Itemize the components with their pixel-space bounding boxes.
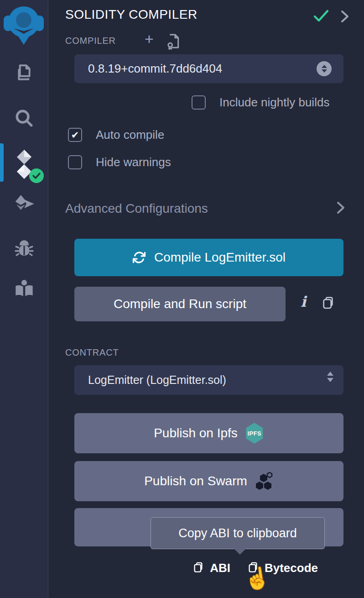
plus-icon[interactable]: + xyxy=(145,31,154,47)
remix-logo[interactable] xyxy=(3,3,45,47)
copy-abi-button[interactable]: ABI xyxy=(192,561,230,576)
solidity-icon xyxy=(10,149,38,183)
bytecode-label: Bytecode xyxy=(265,561,318,575)
copy-icon[interactable] xyxy=(321,295,335,312)
select-arrows-icon xyxy=(317,61,332,76)
advanced-configurations-toggle[interactable]: Advanced Configurations xyxy=(65,201,346,216)
auto-compile-checkbox-row[interactable]: ✔ Auto compile xyxy=(68,128,164,142)
hide-warnings-checkbox-row[interactable]: Hide warnings xyxy=(68,155,171,169)
contract-select[interactable]: LogEmitter (LogEmitter.sol) xyxy=(74,365,343,395)
copy-icon xyxy=(192,561,204,576)
auto-compile-checkbox[interactable]: ✔ xyxy=(68,128,82,142)
hide-warnings-label: Hide warnings xyxy=(96,155,171,169)
select-arrows-icon xyxy=(327,372,333,382)
checkmark-icon: ✔ xyxy=(71,130,79,140)
refresh-icon xyxy=(132,251,146,264)
chevron-right-icon xyxy=(335,201,346,216)
contract-section-label: CONTRACT xyxy=(65,347,119,358)
files-icon xyxy=(11,61,37,89)
sidebar-item-file-explorer[interactable] xyxy=(0,61,48,89)
sidebar-item-solidity-compiler[interactable] xyxy=(0,149,48,183)
info-icon[interactable]: i xyxy=(301,293,306,310)
icon-sidebar xyxy=(0,0,48,598)
publish-swarm-label: Publish on Swarm xyxy=(144,474,247,488)
bug-icon xyxy=(12,236,36,262)
include-nightly-checkbox-row[interactable]: Include nightly builds xyxy=(192,95,329,110)
chevron-right-icon[interactable] xyxy=(339,9,351,26)
copy-bytecode-button[interactable]: Bytecode xyxy=(247,561,318,576)
ethereum-deploy-icon xyxy=(11,192,37,220)
compiler-version-select[interactable]: 0.8.19+commit.7dd6d404 xyxy=(74,54,343,83)
green-check-icon xyxy=(312,9,330,25)
compiler-version-value: 0.8.19+commit.7dd6d404 xyxy=(88,62,222,76)
copy-abi-tooltip: Copy ABI to clipboard xyxy=(151,517,325,549)
green-check-badge xyxy=(29,168,44,185)
include-nightly-checkbox[interactable] xyxy=(192,95,206,110)
copy-icon xyxy=(247,561,259,576)
abi-label: ABI xyxy=(210,561,230,575)
compile-button-label: Compile LogEmitter.sol xyxy=(154,250,286,265)
compile-button[interactable]: Compile LogEmitter.sol xyxy=(74,239,343,276)
compile-and-run-button[interactable]: Compile and Run script xyxy=(74,287,286,321)
compile-and-run-label: Compile and Run script xyxy=(114,297,246,311)
page-title: SOLIDITY COMPILER xyxy=(65,7,198,22)
swarm-logo-icon xyxy=(254,471,274,491)
compiler-section-label: COMPILER xyxy=(65,36,116,46)
copy-abi-tooltip-text: Copy ABI to clipboard xyxy=(178,526,297,540)
copy-footer-row: ABI Bytecode xyxy=(49,561,343,576)
search-icon xyxy=(12,106,36,132)
publish-swarm-button[interactable]: Publish on Swarm xyxy=(74,461,343,501)
contract-select-value: LogEmitter (LogEmitter.sol) xyxy=(88,373,226,387)
advanced-configurations-label: Advanced Configurations xyxy=(65,201,208,216)
book-icon xyxy=(11,276,37,303)
hide-warnings-checkbox[interactable] xyxy=(68,155,82,169)
ipfs-logo-icon: IPFS xyxy=(245,423,264,444)
sidebar-item-deploy-run[interactable] xyxy=(0,192,48,220)
publish-ipfs-label: Publish on Ipfs xyxy=(154,426,238,441)
sidebar-item-search[interactable] xyxy=(0,106,48,132)
solidity-compiler-panel: SOLIDITY COMPILER COMPILER + 0.8.19+comm… xyxy=(49,0,364,598)
auto-compile-label: Auto compile xyxy=(96,128,164,142)
publish-ipfs-button[interactable]: Publish on Ipfs IPFS xyxy=(74,413,343,453)
file-badge-icon[interactable] xyxy=(164,32,182,53)
sidebar-item-learn[interactable] xyxy=(0,276,48,303)
sidebar-item-debugger[interactable] xyxy=(0,236,48,262)
include-nightly-label: Include nightly builds xyxy=(219,95,329,110)
